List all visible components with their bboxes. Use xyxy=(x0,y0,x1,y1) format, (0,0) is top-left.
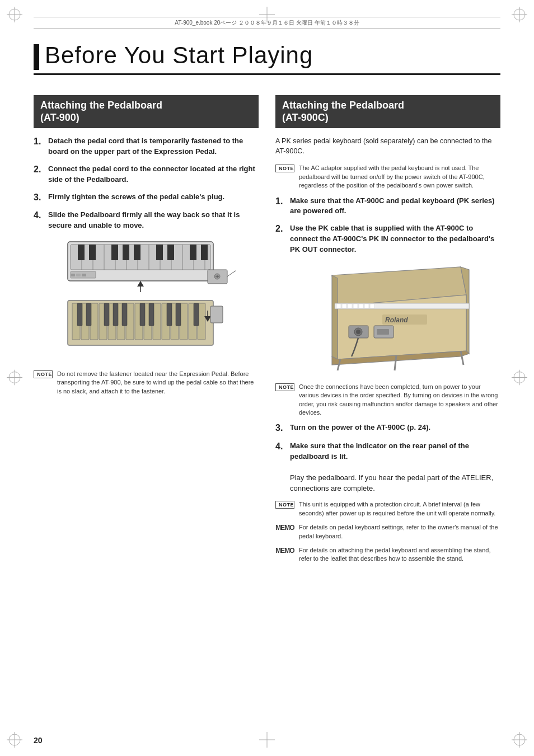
right-note-box-2: NOTE Once the connections have been comp… xyxy=(275,383,500,417)
svg-rect-36 xyxy=(78,245,85,260)
step-3: 3. Firmly tighten the screws of the peda… xyxy=(34,192,259,204)
svg-rect-81 xyxy=(176,303,181,326)
note-label-r1: NOTE xyxy=(275,165,294,172)
reg-mark-ml xyxy=(7,369,22,387)
left-note-text: Do not remove the fastener located near … xyxy=(57,370,259,396)
pedalboard-diagram: Screw xyxy=(34,239,259,362)
reg-mark-mb xyxy=(259,732,275,749)
svg-rect-38 xyxy=(111,245,118,260)
memo-label-2: MEMO xyxy=(275,547,294,555)
svg-rect-48 xyxy=(82,274,86,276)
left-note-box: NOTE Do not remove the fastener located … xyxy=(34,370,259,396)
step-1-text: Detach the pedal cord that is temporaril… xyxy=(48,136,259,157)
top-bar: AT-900_e.book 20ページ ２００８年９月１６日 火曜日 午前１０時… xyxy=(34,17,500,29)
svg-rect-47 xyxy=(76,274,81,276)
svg-rect-46 xyxy=(71,274,75,276)
step-2-text: Connect the pedal cord to the connector … xyxy=(48,164,259,185)
top-bar-text: AT-900_e.book 20ページ ２００８年９月１６日 火曜日 午前１０時… xyxy=(34,19,500,27)
svg-rect-99 xyxy=(364,304,369,308)
reg-mark-bl xyxy=(7,732,22,749)
reg-mark-tr xyxy=(512,7,527,24)
right-step-2-number: 2. xyxy=(275,223,287,235)
svg-rect-98 xyxy=(359,304,363,308)
svg-rect-80 xyxy=(167,303,172,326)
page-title-container: Before You Start Playing xyxy=(34,42,500,75)
svg-rect-95 xyxy=(342,304,346,308)
right-step-4-number: 4. xyxy=(275,441,287,453)
memo-label-1: MEMO xyxy=(275,524,294,532)
svg-rect-74 xyxy=(86,303,91,326)
note-label-left: NOTE xyxy=(34,370,53,378)
page-title: Before You Start Playing xyxy=(34,42,500,70)
svg-marker-50 xyxy=(137,281,144,287)
right-step-1: 1. Make sure that the AT-900C and pedal … xyxy=(275,196,500,217)
right-memo-text-2: For details on attaching the pedal keybo… xyxy=(299,546,500,564)
right-step-4-text: Make sure that the indicator on the rear… xyxy=(290,441,500,494)
note-label-r3: NOTE xyxy=(275,501,294,509)
piano-diagram: Roland xyxy=(275,263,500,375)
reg-mark-tl xyxy=(7,7,22,24)
right-memo-box-1: MEMO For details on pedal keyboard setti… xyxy=(275,523,500,541)
svg-rect-79 xyxy=(149,303,154,326)
right-note-text-3: This unit is equipped with a protection … xyxy=(299,500,500,518)
left-column: Attaching the Pedalboard (AT-900) 1. Det… xyxy=(34,95,259,722)
content-area: Attaching the Pedalboard (AT-900) 1. Det… xyxy=(34,95,500,722)
step-4-text: Slide the Pedalboard firmly all the way … xyxy=(48,210,259,231)
right-step-1-text: Make sure that the AT-900C and pedal key… xyxy=(290,196,500,217)
step-1-number: 1. xyxy=(34,136,45,148)
reg-mark-br xyxy=(512,732,527,749)
step-2: 2. Connect the pedal cord to the connect… xyxy=(34,164,259,185)
keyboard-diagram-svg: Screw xyxy=(57,239,236,362)
svg-rect-82 xyxy=(194,303,199,326)
svg-rect-78 xyxy=(140,303,145,326)
step-2-number: 2. xyxy=(34,164,45,176)
svg-text:Roland: Roland xyxy=(385,316,408,324)
reg-mark-mr xyxy=(512,369,527,387)
right-note-box-3: NOTE This unit is equipped with a protec… xyxy=(275,500,500,518)
svg-rect-92 xyxy=(377,329,389,335)
right-intro-text: A PK series pedal keyboard (sold separat… xyxy=(275,136,500,156)
step-1: 1. Detach the pedal cord that is tempora… xyxy=(34,136,259,157)
note-label-r2: NOTE xyxy=(275,383,294,391)
step-4-number: 4. xyxy=(34,210,45,222)
right-memo-text-1: For details on pedal keyboard settings, … xyxy=(299,523,500,541)
svg-rect-76 xyxy=(113,303,118,326)
svg-rect-100 xyxy=(370,304,374,308)
step-4: 4. Slide the Pedalboard firmly all the w… xyxy=(34,210,259,231)
svg-rect-42 xyxy=(167,245,174,260)
right-step-2-text: Use the PK cable that is supplied with t… xyxy=(290,223,500,255)
right-step-1-number: 1. xyxy=(275,196,287,208)
svg-rect-94 xyxy=(336,304,341,308)
right-step-3: 3. Turn on the power of the AT-900C (p. … xyxy=(275,422,500,434)
keyboard-diagram-container: Screw xyxy=(34,239,259,362)
svg-rect-85 xyxy=(210,306,223,323)
right-step-3-text: Turn on the power of the AT-900C (p. 24)… xyxy=(290,422,500,433)
svg-rect-77 xyxy=(122,303,127,326)
page-number: 20 xyxy=(34,736,43,745)
title-accent-bar xyxy=(34,44,39,70)
svg-rect-40 xyxy=(134,245,140,260)
svg-rect-96 xyxy=(348,304,352,308)
right-section-header: Attaching the Pedalboard (AT-900C) xyxy=(275,95,500,128)
step-3-number: 3. xyxy=(34,192,45,204)
svg-rect-73 xyxy=(77,303,82,326)
step-3-text: Firmly tighten the screws of the pedal c… xyxy=(48,192,259,203)
piano-diagram-svg: Roland xyxy=(304,264,472,373)
svg-rect-37 xyxy=(89,245,96,260)
right-step-4: 4. Make sure that the indicator on the r… xyxy=(275,441,500,494)
svg-rect-39 xyxy=(123,245,129,260)
right-step-3-number: 3. xyxy=(275,422,287,434)
right-memo-box-2: MEMO For details on attaching the pedal … xyxy=(275,546,500,564)
right-column: Attaching the Pedalboard (AT-900C) A PK … xyxy=(275,95,500,722)
left-section-header: Attaching the Pedalboard (AT-900) xyxy=(34,95,259,128)
svg-rect-44 xyxy=(201,245,208,260)
right-note-box-1: NOTE The AC adaptor supplied with the pe… xyxy=(275,164,500,190)
svg-rect-75 xyxy=(104,303,109,326)
right-step-2: 2. Use the PK cable that is supplied wit… xyxy=(275,223,500,255)
right-note-text-1: The AC adaptor supplied with the pedal k… xyxy=(299,164,500,190)
svg-rect-41 xyxy=(156,245,163,260)
svg-rect-43 xyxy=(190,245,196,260)
svg-point-90 xyxy=(356,330,360,334)
right-note-text-2: Once the connections have been completed… xyxy=(299,383,500,417)
svg-rect-97 xyxy=(353,304,358,308)
